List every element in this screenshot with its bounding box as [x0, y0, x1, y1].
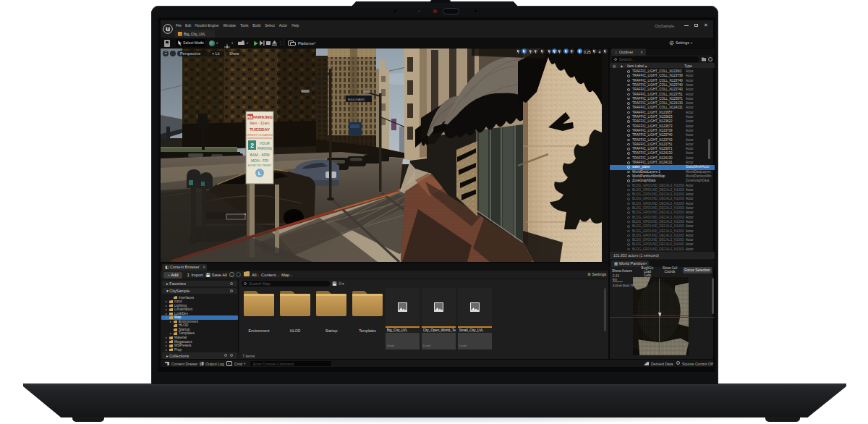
svg-text:L: L [258, 171, 262, 176]
svg-text:EXCEPT BY PERMIT: EXCEPT BY PERMIT [248, 164, 272, 167]
svg-text:TUESDAY: TUESDAY [250, 127, 270, 132]
svg-text:PARKING: PARKING [258, 147, 273, 150]
svg-text:STREET CLEANING: STREET CLEANING [245, 133, 273, 137]
svg-text:MON - FRI: MON - FRI [251, 158, 268, 163]
svg-text:2: 2 [250, 142, 254, 149]
svg-text:B0ULΛVARD: B0ULΛVARD [348, 98, 365, 101]
svg-text:PARKING: PARKING [252, 114, 273, 119]
svg-text:9am - 11am: 9am - 11am [250, 121, 269, 125]
svg-text:HOUR: HOUR [260, 142, 270, 145]
svg-text:8AM - 6PM: 8AM - 6PM [250, 153, 270, 157]
